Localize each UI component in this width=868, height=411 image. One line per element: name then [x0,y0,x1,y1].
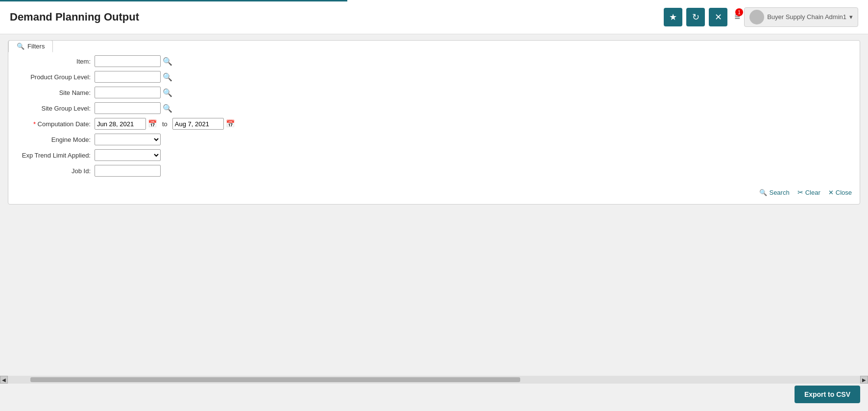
engine-mode-row: Engine Mode: [16,134,852,145]
horizontal-scrollbar[interactable]: ◀ ▶ [0,376,868,384]
magnifier-icon-2: 🔍 [163,72,172,82]
calendar-to-button[interactable]: 📅 [226,119,235,128]
close-icon: ✕ [715,12,722,23]
product-group-search-button[interactable]: 🔍 [163,72,172,82]
item-search-icon-button[interactable]: 🔍 [163,57,172,66]
site-group-input[interactable] [95,102,161,114]
engine-mode-select[interactable] [95,134,161,145]
clear-button-label: Clear [805,189,820,196]
date-range-wrap: Jun 28, 2021 📅 to Aug 7, 2021 📅 [95,118,235,130]
calendar-icon-to: 📅 [226,119,235,128]
engine-mode-label: Engine Mode: [16,136,95,143]
filters-panel: 🔍 Filters Item: 🔍 Product Group Level: 🔍 [8,40,860,205]
computation-date-label: Computation Date: [16,120,95,128]
exp-trend-label: Exp Trend Limit Applied: [16,152,95,159]
date-to-input[interactable]: Aug 7, 2021 [172,118,224,130]
scroll-right-arrow[interactable]: ▶ [860,376,868,384]
job-id-row: Job Id: [16,165,852,177]
exp-trend-row: Exp Trend Limit Applied: [16,149,852,161]
filters-content: Item: 🔍 Product Group Level: 🔍 Site Name… [16,55,852,196]
item-input[interactable] [95,55,161,67]
main-content: 🔍 Filters Item: 🔍 Product Group Level: 🔍 [0,34,868,411]
action-row: 🔍 Search ✂ Clear ✕ Close [16,183,852,196]
item-label: Item: [16,58,95,65]
calendar-from-button[interactable]: 📅 [148,119,157,128]
exp-trend-select[interactable] [95,149,161,161]
close-action-icon: ✕ [828,189,834,196]
star-button[interactable]: ★ [664,8,682,26]
page-title: Demand Planning Output [10,11,139,23]
scroll-left-arrow[interactable]: ◀ [0,376,8,384]
filters-tab[interactable]: 🔍 Filters [8,40,53,52]
clear-icon: ✂ [797,188,803,196]
search-button[interactable]: 🔍 Search [759,189,789,196]
search-small-icon: 🔍 [17,43,24,50]
site-group-row: Site Group Level: 🔍 [16,102,852,114]
search-action-icon: 🔍 [759,189,767,196]
refresh-icon: ↻ [692,12,699,23]
refresh-button[interactable]: ↻ [686,8,705,26]
avatar [749,10,764,24]
loading-bar [0,0,347,1]
date-from-input[interactable]: Jun 28, 2021 [95,118,146,130]
site-name-row: Site Name: 🔍 [16,87,852,98]
site-group-search-button[interactable]: 🔍 [163,104,172,113]
user-dropdown[interactable]: Buyer Supply Chain Admin1 ▾ [744,7,858,27]
header-actions: ★ ↻ ✕ ≡ 1 Buyer Supply Chain Admin1 ▾ [664,7,858,27]
site-group-label: Site Group Level: [16,105,95,112]
site-name-label: Site Name: [16,89,95,96]
computation-date-row: Computation Date: Jun 28, 2021 📅 to Aug … [16,118,852,130]
product-group-input[interactable] [95,71,161,83]
user-name: Buyer Supply Chain Admin1 [767,13,846,21]
magnifier-icon-4: 🔍 [163,104,172,113]
scrollbar-thumb[interactable] [30,377,520,382]
clear-button[interactable]: ✂ Clear [797,188,820,196]
header: Demand Planning Output ★ ↻ ✕ ≡ 1 Buyer S… [0,0,868,34]
job-id-label: Job Id: [16,167,95,175]
export-to-csv-button[interactable]: Export to CSV [795,386,860,403]
close-button-label: Close [836,189,852,196]
filters-tab-label: Filters [27,43,45,50]
scrollbar-track [16,377,852,382]
to-label: to [162,120,168,128]
product-group-row: Product Group Level: 🔍 [16,71,852,83]
menu-button[interactable]: ≡ 1 [734,11,740,23]
site-name-input[interactable] [95,87,161,98]
job-id-input[interactable] [95,165,161,177]
magnifier-icon-3: 🔍 [163,88,172,97]
calendar-icon-from: 📅 [148,119,157,128]
item-row: Item: 🔍 [16,55,852,67]
close-button[interactable]: ✕ Close [828,189,852,196]
notification-badge: 1 [735,8,743,16]
search-button-label: Search [769,189,789,196]
close-tab-button[interactable]: ✕ [709,8,727,26]
product-group-label: Product Group Level: [16,73,95,81]
magnifier-icon: 🔍 [163,57,172,66]
chevron-down-icon: ▾ [849,13,853,21]
site-name-search-button[interactable]: 🔍 [163,88,172,97]
star-icon: ★ [669,12,677,23]
